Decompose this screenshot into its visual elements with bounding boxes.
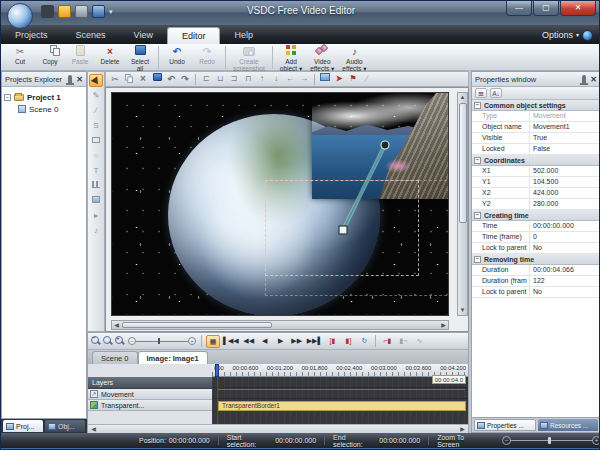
- zoom-reset-icon[interactable]: [103, 336, 113, 346]
- tree-item-project[interactable]: − Project 1: [4, 91, 84, 103]
- video-tool[interactable]: ▸: [89, 209, 103, 222]
- scroll-right-icon[interactable]: ▶: [439, 321, 448, 329]
- text-tool[interactable]: T: [89, 164, 103, 177]
- canvas-vertical-scrollbar[interactable]: ▲ ▼: [457, 92, 468, 316]
- paste-button[interactable]: Paste: [65, 44, 95, 71]
- menu-editor[interactable]: Editor: [167, 27, 221, 44]
- set-selection-start-button[interactable]: [▮: [325, 335, 339, 348]
- layer-row-transparent[interactable]: Transparent...: [88, 400, 212, 411]
- status-zoom-slider[interactable]: −+: [502, 436, 600, 445]
- scroll-down-icon[interactable]: ▼: [458, 306, 467, 315]
- align-top-icon[interactable]: ⊓: [242, 73, 254, 85]
- set-selection-end-button[interactable]: ▮]: [341, 335, 355, 348]
- scroll-left-icon[interactable]: ◀: [112, 321, 121, 329]
- tab-resources[interactable]: Resources ...: [538, 419, 598, 431]
- pencil-tool[interactable]: ✎: [89, 89, 103, 102]
- property-row[interactable]: LockedFalse: [472, 144, 600, 155]
- undo-button[interactable]: ↶ Undo: [162, 44, 192, 71]
- menu-view[interactable]: View: [120, 27, 167, 44]
- menu-scenes[interactable]: Scenes: [62, 27, 120, 44]
- copy-small-icon[interactable]: [123, 73, 135, 85]
- options-menu[interactable]: Options ▾: [542, 27, 600, 44]
- scroll-up-icon[interactable]: ▲: [458, 93, 467, 102]
- go-start-button[interactable]: ▌◀◀: [222, 335, 240, 348]
- redo-button[interactable]: ↷ Redo: [192, 44, 222, 71]
- align-center-h-icon[interactable]: ⊔: [214, 73, 226, 85]
- group-removing-time[interactable]: −Removing time: [472, 254, 600, 265]
- property-row[interactable]: Y1104.500: [472, 177, 600, 188]
- scene-viewport[interactable]: [111, 92, 449, 316]
- categorized-view-icon[interactable]: ⊞: [475, 88, 487, 98]
- preview-monitor-icon[interactable]: [319, 73, 331, 85]
- pointer-tool[interactable]: [89, 74, 103, 87]
- group-creating-time[interactable]: −Creating time: [472, 210, 600, 221]
- wand-icon[interactable]: ∕: [361, 73, 373, 85]
- play-button[interactable]: ▶: [274, 335, 288, 348]
- property-row[interactable]: X1502.000: [472, 166, 600, 177]
- playhead-handle[interactable]: [215, 364, 219, 377]
- property-row[interactable]: Object nameMovement1: [472, 122, 600, 133]
- select-all-button[interactable]: Select all: [125, 44, 155, 71]
- redo-small-icon[interactable]: ↷: [179, 73, 191, 85]
- go-end-button[interactable]: ▶▶▌: [306, 335, 324, 348]
- movement-vector[interactable]: [112, 93, 449, 316]
- collapse-icon[interactable]: −: [4, 94, 11, 101]
- language-globe-icon[interactable]: [582, 30, 593, 41]
- property-row[interactable]: Lock to parentNo: [472, 243, 600, 254]
- canvas-horizontal-scrollbar[interactable]: ◀ ▶: [111, 320, 449, 330]
- ellipse-tool[interactable]: ○: [89, 149, 103, 162]
- timeline-scroll-right-icon[interactable]: ▶: [458, 425, 467, 433]
- line-tool[interactable]: ∕: [89, 104, 103, 117]
- properties-close-icon[interactable]: ✕: [590, 75, 597, 84]
- audio-tool[interactable]: ♪: [89, 224, 103, 237]
- delete-button[interactable]: × Delete: [95, 44, 125, 71]
- group-coordinates[interactable]: −Coordinates: [472, 155, 600, 166]
- minimize-button[interactable]: —: [506, 1, 532, 16]
- maximize-button[interactable]: ▢: [533, 1, 559, 16]
- transparentborder-track-bar[interactable]: TransparentBorder1: [218, 401, 466, 411]
- next-keyframe-button[interactable]: ▶▶: [290, 335, 304, 348]
- video-effects-button[interactable]: Video effects ▾: [306, 44, 338, 71]
- flag-icon[interactable]: ⚑: [347, 73, 359, 85]
- trim-button[interactable]: ▮¬: [396, 335, 410, 348]
- menu-help[interactable]: Help: [220, 27, 267, 44]
- zoom-out-icon[interactable]: −: [91, 336, 101, 346]
- zoom-to-screen-button[interactable]: Zoom To Screen: [437, 434, 488, 448]
- property-row[interactable]: Time00:00:00.000: [472, 221, 600, 232]
- hscroll-thumb[interactable]: [122, 322, 272, 328]
- preview-toggle-button[interactable]: ▦: [206, 335, 220, 348]
- curve-tool[interactable]: S: [89, 119, 103, 132]
- image-tool[interactable]: [89, 194, 103, 207]
- zoom-in-icon[interactable]: +: [115, 336, 125, 346]
- audio-effects-button[interactable]: ♪ Audio effects ▾: [338, 44, 370, 71]
- vscroll-thumb[interactable]: [459, 103, 467, 223]
- alphabetical-sort-icon[interactable]: A↓: [490, 88, 502, 98]
- select-small-icon[interactable]: [151, 73, 163, 85]
- cut-button[interactable]: ✂ Cut: [5, 44, 35, 71]
- align-right-icon[interactable]: ⊐: [228, 73, 240, 85]
- menu-projects[interactable]: Projects: [1, 27, 62, 44]
- move-right-icon[interactable]: →: [298, 73, 310, 85]
- rectangle-tool[interactable]: [89, 134, 103, 147]
- property-row[interactable]: X2424.000: [472, 188, 600, 199]
- create-screenshot-button[interactable]: Create screenshot: [229, 44, 269, 71]
- move-down-icon[interactable]: ↓: [270, 73, 282, 85]
- move-left-icon[interactable]: ←: [284, 73, 296, 85]
- property-row[interactable]: Duration00:00:04.066: [472, 265, 600, 276]
- cut-small-icon[interactable]: ✂: [109, 73, 121, 85]
- tab-image1[interactable]: Image: Image1: [138, 351, 208, 364]
- delete-small-icon[interactable]: ×: [137, 73, 149, 85]
- tab-properties[interactable]: Properties ...: [474, 419, 536, 431]
- loop-button[interactable]: ↻: [357, 335, 371, 348]
- timeline-tracks[interactable]: TransparentBorder1: [212, 377, 468, 424]
- layer-row-movement[interactable]: ↗ Movement: [88, 389, 212, 400]
- property-row[interactable]: Lock to parentNo: [472, 287, 600, 298]
- add-object-button[interactable]: Add object ▾: [276, 44, 306, 71]
- timeline-zoom-slider[interactable]: −+: [130, 337, 194, 345]
- property-row[interactable]: VisibleTrue: [472, 133, 600, 144]
- close-button[interactable]: ✕: [560, 1, 596, 16]
- timeline-ruler[interactable]: 000 00:00.600 00:01.200 00:01.800 00:02.…: [212, 364, 468, 377]
- pin-icon[interactable]: [68, 75, 72, 83]
- property-row[interactable]: Time (frame)0: [472, 232, 600, 243]
- tab-projects-explorer[interactable]: Proj...: [3, 420, 43, 432]
